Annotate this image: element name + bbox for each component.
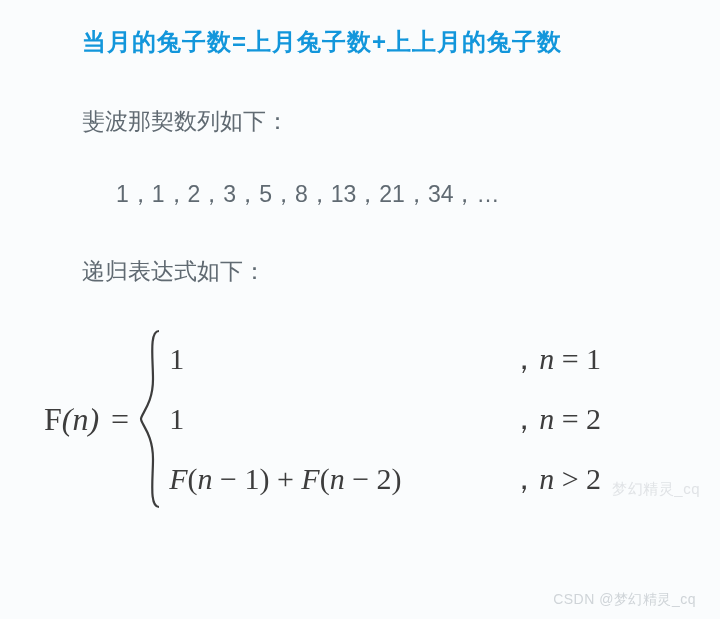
case-row: F(n − 1) + F(n − 2) ，n > 2: [169, 459, 601, 500]
recursive-formula: F(n) = 1 ，n = 1 1 ，n = 2 F(n − 1) + F(n …: [44, 329, 688, 509]
equals-sign: =: [111, 401, 129, 438]
left-brace-icon: [139, 329, 163, 509]
fibonacci-sequence: 1，1，2，3，5，8，13，21，34，…: [116, 179, 688, 210]
description-sequence: 斐波那契数列如下：: [82, 106, 688, 137]
case-expr: 1: [169, 342, 509, 376]
case-cond: ，n = 1: [509, 339, 601, 380]
case-expr: 1: [169, 402, 509, 436]
cases-block: 1 ，n = 1 1 ，n = 2 F(n − 1) + F(n − 2) ，n…: [169, 329, 601, 509]
case-cond: ，n = 2: [509, 399, 601, 440]
case-row: 1 ，n = 2: [169, 399, 601, 440]
lhs-fn: F(n): [44, 401, 99, 438]
watermark-lower: CSDN @梦幻精灵_cq: [553, 591, 696, 609]
case-row: 1 ，n = 1: [169, 339, 601, 380]
page-title: 当月的兔子数=上月兔子数+上上月的兔子数: [82, 26, 688, 58]
watermark-upper: 梦幻精灵_cq: [612, 480, 700, 499]
case-expr: F(n − 1) + F(n − 2): [169, 462, 509, 496]
case-cond: ，n > 2: [509, 459, 601, 500]
description-recursion: 递归表达式如下：: [82, 256, 688, 287]
